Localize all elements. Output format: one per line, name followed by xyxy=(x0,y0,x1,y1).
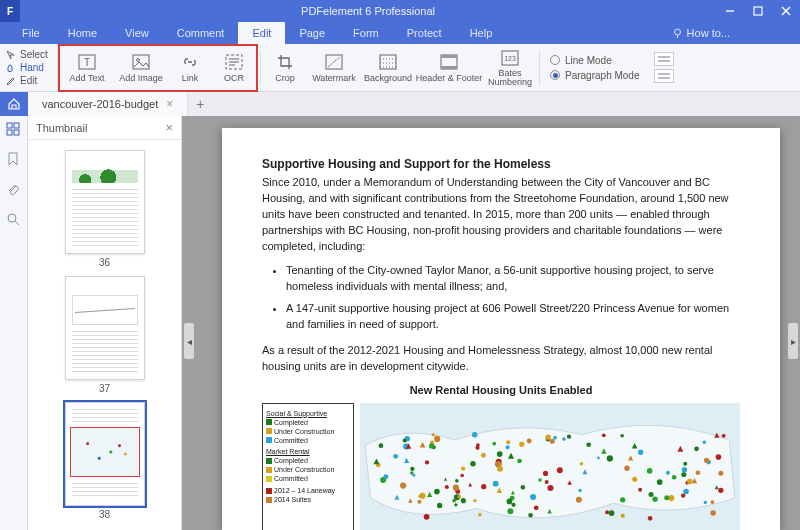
thumbnail-header: Thumbnail × xyxy=(28,116,181,140)
thumbnail-page[interactable]: 38 xyxy=(65,402,145,520)
home-tab-button[interactable] xyxy=(0,92,28,116)
svg-point-53 xyxy=(403,438,407,442)
svg-point-54 xyxy=(557,467,563,473)
svg-point-131 xyxy=(497,465,503,471)
title-bar: F PDFelement 6 Professional xyxy=(0,0,800,22)
svg-point-8 xyxy=(137,58,140,61)
ocr-icon xyxy=(224,53,244,71)
paragraph-mode-radio[interactable]: Paragraph Mode xyxy=(550,70,640,81)
svg-point-122 xyxy=(460,473,464,477)
select-tool[interactable]: Select xyxy=(6,49,57,60)
radio-icon xyxy=(550,55,560,65)
add-image-button[interactable]: Add Image xyxy=(114,44,168,92)
menu-protect[interactable]: Protect xyxy=(393,22,456,44)
text-icon: T xyxy=(77,53,97,71)
maximize-button[interactable] xyxy=(744,0,772,22)
thumbnail-list[interactable]: 36 37 38 xyxy=(28,140,181,530)
link-button[interactable]: Link xyxy=(168,44,212,92)
svg-point-55 xyxy=(682,467,687,472)
close-tab-button[interactable]: × xyxy=(166,97,173,111)
ocr-button[interactable]: OCR xyxy=(212,44,256,92)
svg-point-99 xyxy=(710,500,714,504)
watermark-label: Watermark xyxy=(312,73,356,83)
svg-point-98 xyxy=(647,468,653,474)
svg-text:T: T xyxy=(84,57,90,68)
crop-icon xyxy=(276,53,294,71)
svg-point-77 xyxy=(683,461,687,465)
add-text-button[interactable]: TAdd Text xyxy=(60,44,114,92)
svg-point-104 xyxy=(602,433,606,437)
legend-group: Market Rental xyxy=(266,447,350,456)
svg-rect-1 xyxy=(754,7,762,15)
crop-button[interactable]: Crop xyxy=(263,44,307,92)
align-option-2[interactable] xyxy=(654,69,674,83)
svg-point-111 xyxy=(434,488,440,494)
bates-label: Bates Numbering xyxy=(488,69,532,87)
attachment-panel-button[interactable] xyxy=(6,182,22,198)
svg-point-69 xyxy=(704,500,707,503)
ribbon-tools: TAdd Text Add Image Link OCR Crop Waterm… xyxy=(58,44,674,91)
menu-file[interactable]: File xyxy=(8,22,54,44)
svg-point-31 xyxy=(434,435,440,441)
list-item: A 147-unit supportive housing project at… xyxy=(286,301,740,333)
location-icon xyxy=(672,28,683,39)
svg-point-142 xyxy=(521,485,526,490)
close-button[interactable] xyxy=(772,0,800,22)
svg-point-90 xyxy=(517,458,522,463)
how-to-link[interactable]: How to... xyxy=(672,27,730,39)
svg-point-140 xyxy=(672,475,676,479)
svg-point-141 xyxy=(437,503,442,508)
svg-point-123 xyxy=(624,465,629,470)
legend-swatch xyxy=(266,488,272,494)
align-option-1[interactable] xyxy=(654,52,674,66)
header-footer-icon xyxy=(439,53,459,71)
edit-tool[interactable]: Edit xyxy=(6,75,57,86)
menu-edit[interactable]: Edit xyxy=(238,22,285,44)
thumbnail-title: Thumbnail xyxy=(36,122,87,134)
watermark-button[interactable]: Watermark xyxy=(307,44,361,92)
svg-rect-15 xyxy=(380,55,396,69)
next-page-handle[interactable]: ▸ xyxy=(788,323,798,359)
hand-tool[interactable]: Hand xyxy=(6,62,57,73)
svg-point-136 xyxy=(609,510,615,516)
search-panel-button[interactable] xyxy=(6,212,22,228)
side-icon-strip xyxy=(0,116,28,530)
menu-view[interactable]: View xyxy=(111,22,163,44)
menu-home[interactable]: Home xyxy=(54,22,111,44)
edit-label: Edit xyxy=(20,75,37,86)
minimize-button[interactable] xyxy=(716,0,744,22)
svg-point-58 xyxy=(681,493,685,497)
bates-icon: 123 xyxy=(500,49,520,67)
background-button[interactable]: Background xyxy=(361,44,415,92)
radio-icon xyxy=(550,70,560,80)
legend-swatch xyxy=(266,428,272,434)
thumbnail-page[interactable]: 36 xyxy=(65,150,145,268)
svg-point-96 xyxy=(472,432,477,437)
close-panel-button[interactable]: × xyxy=(165,120,173,135)
menu-comment[interactable]: Comment xyxy=(163,22,239,44)
svg-point-62 xyxy=(511,502,515,506)
svg-point-70 xyxy=(419,492,425,498)
bookmark-panel-button[interactable] xyxy=(6,152,22,168)
bates-button[interactable]: 123Bates Numbering xyxy=(483,44,537,92)
menu-help[interactable]: Help xyxy=(456,22,507,44)
legend-item: Committed xyxy=(274,436,308,445)
svg-point-85 xyxy=(478,513,482,517)
new-tab-button[interactable]: + xyxy=(188,92,212,116)
page-number: 38 xyxy=(99,509,110,520)
page-preview xyxy=(65,402,145,506)
legend-swatch xyxy=(266,458,272,464)
thumbnail-panel-button[interactable] xyxy=(6,122,22,138)
svg-point-36 xyxy=(681,472,686,477)
svg-point-91 xyxy=(683,488,689,494)
thumbnail-page[interactable]: 37 xyxy=(65,276,145,394)
svg-point-108 xyxy=(704,457,709,462)
menu-page[interactable]: Page xyxy=(285,22,339,44)
document-tab[interactable]: vancouver-2016-budget × xyxy=(28,92,188,116)
menu-form[interactable]: Form xyxy=(339,22,393,44)
prev-page-handle[interactable]: ◂ xyxy=(184,323,194,359)
document-viewport[interactable]: ◂ ▸ Supportive Housing and Support for t… xyxy=(182,116,800,530)
line-mode-radio[interactable]: Line Mode xyxy=(550,55,640,66)
svg-point-56 xyxy=(527,438,532,443)
header-footer-button[interactable]: Header & Footer xyxy=(415,44,483,92)
